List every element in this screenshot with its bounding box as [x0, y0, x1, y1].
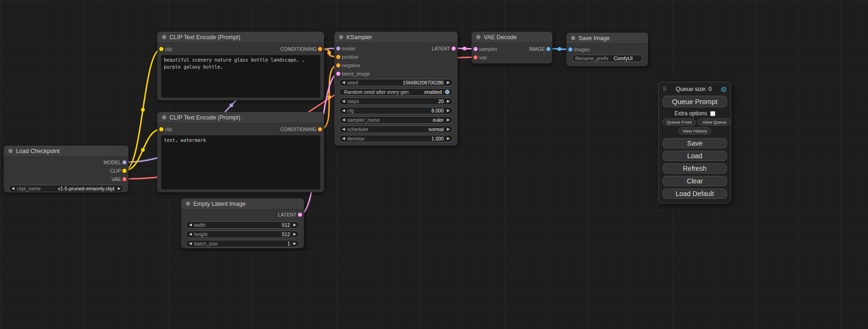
input-port[interactable]	[159, 127, 163, 132]
widget-random-seed-toggle[interactable]: Random seed after every gen enabled	[339, 88, 453, 96]
output-port[interactable]	[318, 47, 322, 51]
output-port[interactable]	[452, 46, 456, 50]
widget-steps[interactable]: ◀ steps 20 ▶	[339, 98, 453, 105]
node-collapse-dot-icon[interactable]	[339, 35, 343, 39]
prev-value-arrow-icon[interactable]: ◀	[342, 99, 345, 103]
input-port[interactable]	[336, 63, 340, 67]
node-title-bar[interactable]: CLIP Text Encode (Prompt)	[157, 32, 324, 43]
node-title-bar[interactable]: CLIP Text Encode (Prompt)	[157, 112, 324, 123]
next-value-arrow-icon[interactable]: ▶	[447, 99, 450, 103]
node-title-bar[interactable]: KSampler	[334, 32, 458, 43]
widget-width[interactable]: ◀ width 512 ▶	[186, 221, 299, 229]
prompt-textarea[interactable]: beautiful scenery nature glass bottle la…	[161, 55, 320, 98]
prev-value-arrow-icon[interactable]: ◀	[189, 223, 192, 227]
output-port[interactable]	[122, 168, 127, 173]
output-port[interactable]	[122, 160, 127, 164]
widget-value: 156680208700286	[403, 80, 444, 85]
node-clip-text-encode-positive[interactable]: CLIP Text Encode (Prompt) clip CONDITION…	[157, 32, 324, 100]
input-port[interactable]	[473, 55, 478, 59]
widget-value: 20	[438, 98, 444, 104]
output-port[interactable]	[122, 177, 127, 181]
output-port[interactable]	[546, 47, 550, 51]
widget-seed[interactable]: ◀ seed 156680208700286 ▶	[339, 79, 453, 86]
prev-value-arrow-icon[interactable]: ◀	[12, 187, 14, 190]
prev-value-arrow-icon[interactable]: ◀	[189, 242, 192, 245]
prev-value-arrow-icon[interactable]: ◀	[189, 232, 192, 236]
clear-button[interactable]: Clear	[663, 176, 727, 186]
slot-label: MODEL	[104, 160, 121, 165]
output-slot-latent: LATENT	[181, 210, 304, 220]
widget-filename-prefix[interactable]: filename_prefix ComfyUI	[572, 55, 642, 62]
node-collapse-dot-icon[interactable]	[186, 202, 190, 206]
node-collapse-dot-icon[interactable]	[476, 35, 480, 39]
slot-row: model LATENT	[334, 44, 458, 52]
prev-value-arrow-icon[interactable]: ◀	[342, 109, 345, 112]
prompt-textarea[interactable]: text, watermark	[161, 135, 320, 189]
slot-label: CLIP	[110, 168, 121, 174]
node-collapse-dot-icon[interactable]	[162, 115, 166, 119]
output-slot-model: MODEL	[4, 158, 128, 166]
node-title-bar[interactable]: VAE Decode	[472, 32, 552, 43]
slot-label: images	[574, 47, 590, 52]
widget-value: enabled	[424, 89, 442, 95]
node-title-bar[interactable]: Save Image	[566, 33, 648, 44]
input-port[interactable]	[473, 47, 478, 51]
next-value-arrow-icon[interactable]: ▶	[293, 223, 296, 227]
node-collapse-dot-icon[interactable]	[162, 35, 166, 39]
extra-options-checkbox[interactable]	[710, 111, 715, 116]
prev-value-arrow-icon[interactable]: ◀	[342, 137, 345, 140]
load-button[interactable]: Load	[663, 151, 727, 161]
next-value-arrow-icon[interactable]: ▶	[118, 187, 120, 190]
prev-value-arrow-icon[interactable]: ◀	[342, 127, 345, 131]
next-value-arrow-icon[interactable]: ▶	[447, 127, 450, 131]
prev-value-arrow-icon[interactable]: ◀	[342, 81, 345, 84]
node-title: KSampler	[346, 34, 372, 41]
node-ksampler[interactable]: KSampler model LATENT positive negative …	[334, 32, 458, 146]
queue-actions-row: Queue Front View Queue	[663, 119, 727, 126]
next-value-arrow-icon[interactable]: ▶	[447, 137, 450, 140]
view-queue-button[interactable]: View Queue	[698, 119, 731, 126]
input-port[interactable]	[159, 47, 163, 51]
next-value-arrow-icon[interactable]: ▶	[447, 109, 450, 112]
refresh-button[interactable]: Refresh	[663, 163, 727, 174]
node-empty-latent-image[interactable]: Empty Latent Image LATENT ◀ width 512 ▶ …	[181, 198, 304, 248]
queue-prompt-button[interactable]: Queue Prompt	[663, 96, 727, 107]
extra-options-row: Extra options	[663, 110, 727, 117]
widget-batch-size[interactable]: ◀ batch_size 1 ▶	[186, 240, 299, 247]
input-port[interactable]	[336, 46, 340, 50]
input-port[interactable]	[568, 47, 572, 51]
output-port[interactable]	[318, 127, 322, 132]
node-title-bar[interactable]: Load Checkpoint	[4, 146, 128, 157]
widget-ckpt-name[interactable]: ◀ ckpt_name v1-5-pruned-emaonly.ckpt ▶	[8, 185, 124, 192]
next-value-arrow-icon[interactable]: ▶	[293, 242, 296, 245]
next-value-arrow-icon[interactable]: ▶	[447, 81, 450, 84]
node-collapse-dot-icon[interactable]	[571, 36, 575, 40]
load-default-button[interactable]: Load Default	[663, 189, 727, 199]
drag-handle-icon[interactable]: ⠿	[663, 86, 667, 92]
queue-front-button[interactable]: Queue Front	[663, 119, 696, 126]
next-value-arrow-icon[interactable]: ▶	[447, 118, 450, 122]
toggle-knob[interactable]	[445, 90, 450, 94]
view-history-button[interactable]: View History	[678, 127, 712, 134]
node-title-bar[interactable]: Empty Latent Image	[181, 198, 304, 210]
widget-value: ComfyUI	[614, 56, 633, 61]
widget-value: 512	[282, 222, 290, 228]
node-load-checkpoint[interactable]: Load Checkpoint MODEL CLIP VAE ◀ ckpt_na…	[4, 146, 128, 192]
widget-cfg[interactable]: ◀ cfg 8.000 ▶	[339, 107, 453, 114]
node-clip-text-encode-negative[interactable]: CLIP Text Encode (Prompt) clip CONDITION…	[157, 112, 324, 192]
widget-scheduler[interactable]: ◀ scheduler normal ▶	[339, 126, 453, 133]
node-save-image[interactable]: Save Image images filename_prefix ComfyU…	[566, 33, 648, 66]
widget-denoise[interactable]: ◀ denoise 1.000 ▶	[339, 135, 453, 142]
save-button[interactable]: Save	[663, 138, 727, 148]
widget-height[interactable]: ◀ height 512 ▶	[186, 231, 299, 238]
node-vae-decode[interactable]: VAE Decode samples IMAGE vae	[472, 32, 552, 63]
input-port[interactable]	[336, 71, 340, 76]
settings-gear-icon[interactable]: ⚙	[721, 86, 727, 93]
prev-value-arrow-icon[interactable]: ◀	[342, 118, 345, 122]
widget-sampler-name[interactable]: ◀ sampler_name euler ▶	[339, 116, 453, 124]
node-collapse-dot-icon[interactable]	[8, 149, 13, 153]
widget-label: Random seed after every gen	[344, 89, 409, 95]
next-value-arrow-icon[interactable]: ▶	[293, 232, 296, 236]
output-port[interactable]	[298, 213, 302, 217]
input-port[interactable]	[336, 55, 340, 59]
